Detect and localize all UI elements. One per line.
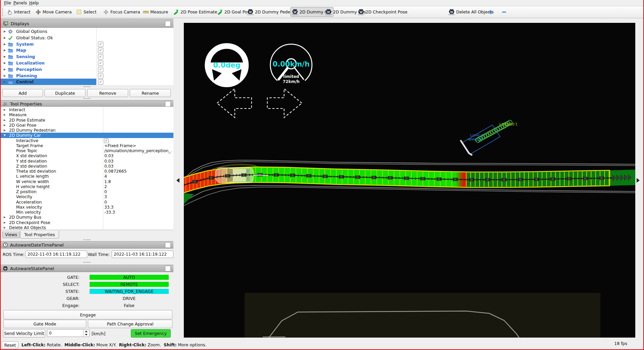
expand-arrow-icon[interactable]: ▶ <box>4 55 6 58</box>
datetime-float-button[interactable] <box>165 242 171 248</box>
menu-panels[interactable]: Panels <box>13 0 27 6</box>
tool-2d-pose-estimate[interactable]: 2D Pose Estimate <box>172 7 219 16</box>
tool-prop-row--d-checkpoint-pose[interactable]: ▶2D Checkpoint Pose <box>1 220 173 225</box>
tool-move-camera[interactable]: Move Camera <box>34 7 73 16</box>
displays-row-global-options[interactable]: ▶Global Options <box>1 28 173 35</box>
remove-tool-button[interactable] <box>500 7 508 16</box>
tool-prop-row-measure[interactable]: ▶Measure <box>1 112 173 117</box>
clock-icon <box>3 243 8 247</box>
expand-arrow-icon[interactable]: ▶ <box>4 43 6 46</box>
3d-viewport[interactable]: 12.5km/h [2.5m/s²] 1.000000 t 0.0deg <box>184 23 635 338</box>
visibility-checkbox[interactable]: ✓ <box>98 60 103 66</box>
add-tool-button[interactable] <box>487 7 494 16</box>
duplicate-button[interactable]: Duplicate <box>45 89 86 97</box>
engage-button[interactable]: Engage <box>3 310 172 319</box>
tool-prop-row-y-std-deviation[interactable]: Y std deviation0.03 <box>1 159 173 164</box>
tool-prop-row-max-velocity[interactable]: Max velocity33.3 <box>1 205 173 210</box>
menu-help[interactable]: Help <box>29 0 39 6</box>
displays-row-global-status-ok[interactable]: ▶Global Status: Ok <box>1 35 173 41</box>
add-button[interactable]: Add <box>2 89 43 97</box>
tab-tool-properties[interactable]: Tool Properties <box>20 231 59 238</box>
expand-arrow-icon[interactable]: ▶ <box>4 226 6 229</box>
tool-prop-row-interact[interactable]: ▶Interact <box>1 107 173 112</box>
viewport-collapse-arrow-icon[interactable] <box>637 178 640 183</box>
displays-float-button[interactable] <box>165 21 171 27</box>
tool-prop-row-delete-all-objects[interactable]: ▶Delete All Objects <box>1 225 173 230</box>
menu-file[interactable]: File <box>4 0 11 6</box>
expand-arrow-icon[interactable]: ▶ <box>4 36 6 39</box>
tool-focus-camera[interactable]: Focus Camera <box>102 7 142 16</box>
tool-properties-float-button[interactable] <box>165 101 171 107</box>
tool-properties-title: Tool Properties <box>10 101 42 106</box>
expand-arrow-icon[interactable]: ▶ <box>4 61 6 64</box>
tool-prop-row-x-std-deviation[interactable]: X std deviation0.03 <box>1 153 173 158</box>
displays-row-localization[interactable]: ▶Localization✓ <box>1 60 173 66</box>
expand-arrow-icon[interactable]: ▼ <box>4 134 6 137</box>
tool-prop-row-l-vehicle-length[interactable]: L vehicle length4 <box>1 174 173 179</box>
tool-measure[interactable]: Measure <box>142 7 169 16</box>
visibility-checkbox[interactable]: ✓ <box>98 79 103 85</box>
visibility-checkbox[interactable]: ✓ <box>98 54 103 59</box>
expand-arrow-icon[interactable]: ▶ <box>4 68 6 71</box>
send-velocity-limit-button[interactable]: Send Velocity Limit <box>3 329 45 338</box>
expand-arrow-icon[interactable]: ▶ <box>4 49 6 52</box>
state-float-button[interactable] <box>165 266 171 271</box>
expand-arrow-icon[interactable]: ▶ <box>4 129 6 132</box>
tool-prop-row-target-frame[interactable]: Target Frame<Fixed Frame> <box>1 143 173 148</box>
expand-arrow-icon[interactable]: ▶ <box>4 113 6 116</box>
displays-row-sensing[interactable]: ▶Sensing✓ <box>1 53 173 60</box>
displays-row-control[interactable]: ▶Control✓ <box>1 79 173 85</box>
wall-time-field[interactable]: 2022-11-03 16:11:19.122 <box>112 251 173 258</box>
spinbox-arrows[interactable] <box>83 330 89 337</box>
toolbar-grip[interactable] <box>2 8 4 16</box>
gate-mode-button[interactable]: Gate Mode <box>3 320 86 328</box>
visibility-checkbox[interactable]: ✓ <box>98 48 103 53</box>
displays-row-perception[interactable]: ▶Perception✓ <box>1 66 173 73</box>
tool-select[interactable]: Select <box>75 7 98 16</box>
tool-prop-row-w-vehicle-width[interactable]: W vehicle width1.8 <box>1 179 173 184</box>
visibility-checkbox[interactable]: ✓ <box>98 67 103 72</box>
expand-arrow-icon[interactable]: ▶ <box>4 74 6 77</box>
path-change-approval-button[interactable]: Path Change Approval <box>88 320 172 328</box>
visibility-checkbox[interactable]: ✓ <box>98 73 103 79</box>
displays-row-map[interactable]: ▶Map✓ <box>1 47 173 53</box>
tool-prop-row-z-position[interactable]: Z position0 <box>1 189 173 194</box>
set-emergency-button[interactable]: Set Emergency <box>131 329 171 338</box>
tool-prop-row--d-goal-pose[interactable]: ▶2D Goal Pose <box>1 123 173 128</box>
rename-button[interactable]: Rename <box>130 89 171 97</box>
tool-prop-row--d-dummy-car[interactable]: ▼2D Dummy Car <box>1 133 173 138</box>
tool-prop-row--d-dummy-pedestrian[interactable]: ▶2D Dummy Pedestrian <box>1 128 173 133</box>
tool-prop-row-min-velocity[interactable]: Min velocity-33.3 <box>1 210 173 215</box>
expand-arrow-icon[interactable]: ▶ <box>4 30 6 33</box>
interactive-checkbox[interactable]: ✓ <box>104 138 109 143</box>
displays-row-system[interactable]: ▶System✓ <box>1 41 173 47</box>
tool-prop-row-h-vehicle-height[interactable]: H vehicle height2 <box>1 184 173 189</box>
visibility-checkbox[interactable]: ✓ <box>98 42 103 47</box>
tool-interact[interactable]: Interact <box>5 7 32 16</box>
velocity-limit-spinbox[interactable]: 0 <box>47 329 90 337</box>
tool-prop-row-theta-std-deviation[interactable]: Theta std deviation0.0872665 <box>1 169 173 174</box>
tool-prop-row-z-std-deviation[interactable]: Z std deviation0.03 <box>1 164 173 169</box>
tool-prop-row-pose-topic[interactable]: Pose Topic/simulation/dummy_perception_.… <box>1 148 173 153</box>
tool-prop-row-interactive[interactable]: Interactive✓ <box>1 138 173 143</box>
expand-arrow-icon[interactable]: ▶ <box>4 221 6 224</box>
tool-prop-row-acceleration[interactable]: Acceleration0 <box>1 200 173 205</box>
expand-arrow-icon[interactable]: ▶ <box>4 80 6 83</box>
state-value-gate: AUTO <box>90 275 169 280</box>
dummy-car-object[interactable]: 12.5km/h [2.5m/s²] 1.000000 t <box>461 120 518 155</box>
expand-arrow-icon[interactable]: ▶ <box>4 119 6 122</box>
expand-arrow-icon[interactable]: ▶ <box>4 108 6 111</box>
tool-prop-row-velocity[interactable]: Velocity3 <box>1 194 173 199</box>
right-turn-signal-icon <box>267 89 302 118</box>
tool-prop-row--d-dummy-bus[interactable]: ▶2D Dummy Bus <box>1 215 173 220</box>
tool-2d-checkpoint-pose[interactable]: Autoware2D Checkpoint Pose <box>357 7 409 16</box>
expand-arrow-icon[interactable]: ▶ <box>4 124 6 127</box>
panel-collapse-arrow-icon[interactable] <box>176 178 179 183</box>
displays-row-planning[interactable]: ▶Planning✓ <box>1 73 173 79</box>
expand-arrow-icon[interactable]: ▶ <box>4 216 6 219</box>
ros-time-field[interactable]: 2022-11-03 16:11:19.122 <box>25 251 87 258</box>
tool-prop-row--d-pose-estimate[interactable]: ▶2D Pose Estimate <box>1 118 173 123</box>
remove-button[interactable]: Remove <box>87 89 128 97</box>
tab-views[interactable]: Views <box>2 231 20 238</box>
reset-button[interactable]: Reset <box>2 341 18 349</box>
